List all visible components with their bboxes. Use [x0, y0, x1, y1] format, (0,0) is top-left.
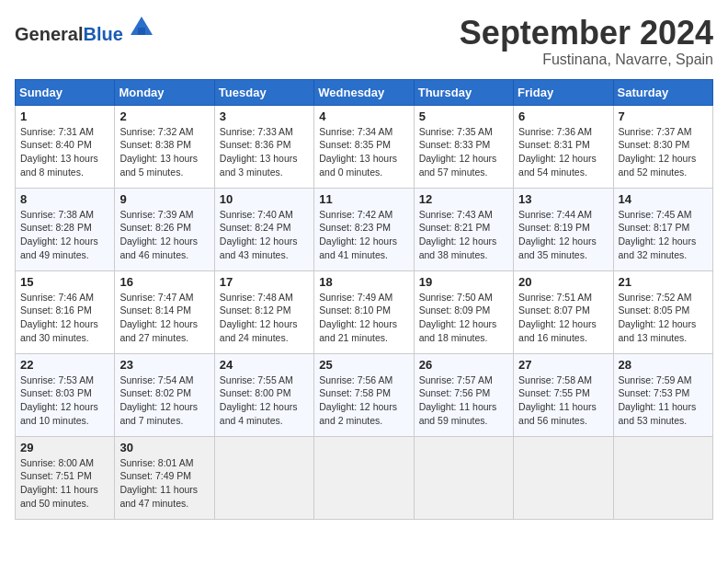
cell-detail: Sunrise: 7:37 AMSunset: 8:30 PMDaylight:…: [619, 125, 708, 179]
cell-detail: Sunrise: 7:44 AMSunset: 8:19 PMDaylight:…: [518, 208, 608, 262]
logo-icon: [129, 15, 154, 40]
day-number: 12: [419, 192, 508, 206]
day-number: 17: [220, 275, 309, 289]
calendar-cell: [214, 436, 313, 519]
svg-rect-1: [138, 28, 145, 35]
weekday-header-tuesday: Tuesday: [214, 79, 313, 105]
calendar-cell: 19Sunrise: 7:50 AMSunset: 8:09 PMDayligh…: [414, 270, 513, 353]
calendar-cell: 23Sunrise: 7:54 AMSunset: 8:02 PMDayligh…: [115, 353, 214, 436]
day-number: 2: [119, 109, 209, 123]
cell-detail: Sunrise: 7:45 AMSunset: 8:17 PMDaylight:…: [619, 208, 708, 262]
calendar-cell: 24Sunrise: 7:55 AMSunset: 8:00 PMDayligh…: [214, 353, 313, 436]
calendar-cell: [314, 436, 414, 519]
cell-detail: Sunrise: 7:38 AMSunset: 8:28 PMDaylight:…: [20, 208, 109, 262]
day-number: 3: [220, 109, 309, 123]
cell-detail: Sunrise: 7:55 AMSunset: 8:00 PMDaylight:…: [220, 373, 309, 428]
day-number: 21: [619, 275, 708, 289]
day-number: 27: [518, 358, 608, 372]
day-number: 20: [518, 275, 608, 289]
day-number: 18: [319, 275, 408, 289]
calendar-cell: 18Sunrise: 7:49 AMSunset: 8:10 PMDayligh…: [314, 270, 414, 353]
calendar-cell: 26Sunrise: 7:57 AMSunset: 7:56 PMDayligh…: [414, 353, 513, 436]
calendar-cell: 29Sunrise: 8:00 AMSunset: 7:51 PMDayligh…: [16, 436, 115, 519]
weekday-header-thursday: Thursday: [414, 79, 513, 105]
day-number: 30: [119, 441, 209, 454]
day-number: 7: [619, 109, 708, 123]
weekday-header-monday: Monday: [115, 79, 214, 105]
cell-detail: Sunrise: 7:59 AMSunset: 7:53 PMDaylight:…: [619, 373, 708, 428]
day-number: 26: [419, 358, 508, 372]
calendar-table: SundayMondayTuesdayWednesdayThursdayFrid…: [15, 79, 713, 520]
calendar-cell: 11Sunrise: 7:42 AMSunset: 8:23 PMDayligh…: [314, 188, 414, 270]
day-number: 23: [119, 358, 209, 372]
calendar-cell: 22Sunrise: 7:53 AMSunset: 8:03 PMDayligh…: [16, 353, 115, 436]
day-number: 25: [319, 358, 408, 372]
cell-detail: Sunrise: 7:53 AMSunset: 8:03 PMDaylight:…: [20, 373, 109, 428]
calendar-cell: [613, 436, 712, 519]
calendar-cell: 16Sunrise: 7:47 AMSunset: 8:14 PMDayligh…: [115, 270, 214, 353]
calendar-week-4: 22Sunrise: 7:53 AMSunset: 8:03 PMDayligh…: [16, 353, 713, 436]
cell-detail: Sunrise: 7:36 AMSunset: 8:31 PMDaylight:…: [518, 125, 608, 179]
cell-detail: Sunrise: 7:49 AMSunset: 8:10 PMDaylight:…: [319, 291, 408, 345]
calendar-cell: 9Sunrise: 7:39 AMSunset: 8:26 PMDaylight…: [115, 188, 214, 270]
calendar-cell: 20Sunrise: 7:51 AMSunset: 8:07 PMDayligh…: [514, 270, 613, 353]
cell-detail: Sunrise: 7:52 AMSunset: 8:05 PMDaylight:…: [619, 291, 708, 345]
day-number: 14: [619, 192, 708, 206]
calendar-cell: 8Sunrise: 7:38 AMSunset: 8:28 PMDaylight…: [16, 188, 115, 270]
location-title: Fustinana, Navarre, Spain: [460, 52, 713, 68]
cell-detail: Sunrise: 7:43 AMSunset: 8:21 PMDaylight:…: [419, 208, 508, 262]
day-number: 4: [319, 109, 408, 123]
calendar-cell: 12Sunrise: 7:43 AMSunset: 8:21 PMDayligh…: [414, 188, 513, 270]
cell-detail: Sunrise: 7:34 AMSunset: 8:35 PMDaylight:…: [319, 125, 408, 179]
cell-detail: Sunrise: 7:40 AMSunset: 8:24 PMDaylight:…: [220, 208, 309, 262]
calendar-cell: 10Sunrise: 7:40 AMSunset: 8:24 PMDayligh…: [214, 188, 313, 270]
calendar-cell: 4Sunrise: 7:34 AMSunset: 8:35 PMDaylight…: [314, 105, 414, 188]
cell-detail: Sunrise: 7:33 AMSunset: 8:36 PMDaylight:…: [220, 125, 309, 179]
day-number: 8: [20, 192, 109, 206]
cell-detail: Sunrise: 7:54 AMSunset: 8:02 PMDaylight:…: [119, 373, 209, 428]
calendar-cell: [514, 436, 613, 519]
day-number: 15: [20, 275, 109, 289]
logo: GeneralBlue: [15, 15, 154, 45]
calendar-week-2: 8Sunrise: 7:38 AMSunset: 8:28 PMDaylight…: [16, 188, 713, 270]
logo-blue: Blue: [83, 24, 122, 44]
calendar-cell: 5Sunrise: 7:35 AMSunset: 8:33 PMDaylight…: [414, 105, 513, 188]
cell-detail: Sunrise: 7:35 AMSunset: 8:33 PMDaylight:…: [419, 125, 508, 179]
day-number: 24: [220, 358, 309, 372]
weekday-header-sunday: Sunday: [16, 79, 115, 105]
cell-detail: Sunrise: 7:58 AMSunset: 7:55 PMDaylight:…: [518, 373, 608, 428]
cell-detail: Sunrise: 7:56 AMSunset: 7:58 PMDaylight:…: [319, 373, 408, 428]
cell-detail: Sunrise: 7:42 AMSunset: 8:23 PMDaylight:…: [319, 208, 408, 262]
day-number: 29: [20, 441, 109, 454]
cell-detail: Sunrise: 7:51 AMSunset: 8:07 PMDaylight:…: [518, 291, 608, 345]
cell-detail: Sunrise: 8:01 AMSunset: 7:49 PMDaylight:…: [119, 456, 209, 511]
cell-detail: Sunrise: 7:50 AMSunset: 8:09 PMDaylight:…: [419, 291, 508, 345]
day-number: 6: [518, 109, 608, 123]
month-title: September 2024: [460, 15, 713, 52]
weekday-header-wednesday: Wednesday: [314, 79, 414, 105]
cell-detail: Sunrise: 7:32 AMSunset: 8:38 PMDaylight:…: [119, 125, 209, 179]
cell-detail: Sunrise: 7:39 AMSunset: 8:26 PMDaylight:…: [119, 208, 209, 262]
calendar-cell: 15Sunrise: 7:46 AMSunset: 8:16 PMDayligh…: [16, 270, 115, 353]
cell-detail: Sunrise: 7:46 AMSunset: 8:16 PMDaylight:…: [20, 291, 109, 345]
day-number: 11: [319, 192, 408, 206]
title-block: September 2024 Fustinana, Navarre, Spain: [460, 15, 713, 68]
calendar-cell: 2Sunrise: 7:32 AMSunset: 8:38 PMDaylight…: [115, 105, 214, 188]
calendar-cell: 14Sunrise: 7:45 AMSunset: 8:17 PMDayligh…: [613, 188, 712, 270]
calendar-cell: 7Sunrise: 7:37 AMSunset: 8:30 PMDaylight…: [613, 105, 712, 188]
calendar-week-5: 29Sunrise: 8:00 AMSunset: 7:51 PMDayligh…: [16, 436, 713, 519]
calendar-week-1: 1Sunrise: 7:31 AMSunset: 8:40 PMDaylight…: [16, 105, 713, 188]
day-number: 9: [119, 192, 209, 206]
cell-detail: Sunrise: 7:48 AMSunset: 8:12 PMDaylight:…: [220, 291, 309, 345]
calendar-cell: 13Sunrise: 7:44 AMSunset: 8:19 PMDayligh…: [514, 188, 613, 270]
day-number: 10: [220, 192, 309, 206]
cell-detail: Sunrise: 7:31 AMSunset: 8:40 PMDaylight:…: [20, 125, 109, 179]
day-number: 22: [20, 358, 109, 372]
calendar-cell: 17Sunrise: 7:48 AMSunset: 8:12 PMDayligh…: [214, 270, 313, 353]
day-number: 13: [518, 192, 608, 206]
cell-detail: Sunrise: 8:00 AMSunset: 7:51 PMDaylight:…: [20, 456, 109, 511]
calendar-cell: [414, 436, 513, 519]
calendar-cell: 3Sunrise: 7:33 AMSunset: 8:36 PMDaylight…: [214, 105, 313, 188]
calendar-cell: 21Sunrise: 7:52 AMSunset: 8:05 PMDayligh…: [613, 270, 712, 353]
weekday-header-row: SundayMondayTuesdayWednesdayThursdayFrid…: [16, 79, 713, 105]
